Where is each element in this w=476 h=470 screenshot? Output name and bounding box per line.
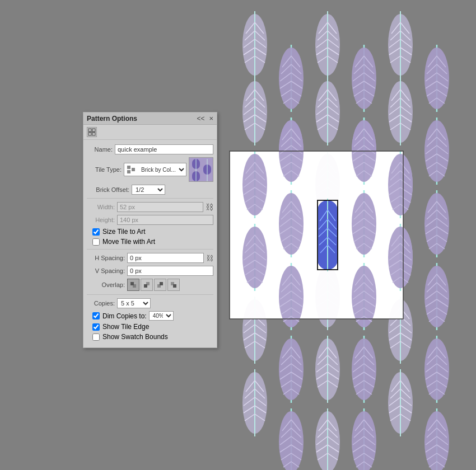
move-tile-row: Move Tile with Art xyxy=(87,238,213,246)
show-tile-edge-checkbox[interactable] xyxy=(92,323,100,331)
width-input xyxy=(117,202,203,212)
svg-rect-44 xyxy=(92,133,95,135)
tile-preview xyxy=(189,157,213,182)
show-tile-edge-label: Show Tile Edge xyxy=(102,323,149,331)
width-label: Width: xyxy=(87,204,115,210)
overlap-row: Overlap: xyxy=(87,279,213,291)
move-tile-label: Move Tile with Art xyxy=(102,238,155,246)
svg-marker-62 xyxy=(173,284,176,288)
height-label: Height: xyxy=(87,217,115,223)
svg-line-24 xyxy=(224,2,232,10)
name-row: Name: xyxy=(87,144,213,154)
dim-copies-checkbox[interactable] xyxy=(92,312,100,319)
svg-point-1 xyxy=(224,0,236,31)
size-tile-label: Size Tile to Art xyxy=(102,228,146,236)
divider-1 xyxy=(87,198,213,199)
tile-type-icon xyxy=(125,164,137,175)
tile-type-row: Tile Type: Brick by Col... Grid Brick by… xyxy=(87,157,213,182)
svg-line-35 xyxy=(224,0,235,3)
tile-type-label: Tile Type: xyxy=(87,166,122,173)
panel-icon-toolbar xyxy=(83,125,217,140)
panel-titlebar: Pattern Options << × xyxy=(83,112,217,125)
svg-rect-46 xyxy=(127,166,130,169)
dim-copies-select[interactable]: 40% 20% 60% xyxy=(149,311,174,321)
h-spacing-row: H Spacing: ⛓ xyxy=(87,253,213,263)
pattern-options-panel: Pattern Options << × Name: Tile Type: xyxy=(83,112,217,348)
svg-marker-58 xyxy=(144,284,147,288)
h-spacing-label: H Spacing: xyxy=(87,255,125,261)
copies-select[interactable]: 5 x 5 3 x 3 7 x 7 xyxy=(117,298,151,308)
svg-marker-60 xyxy=(160,282,163,285)
svg-rect-42 xyxy=(92,129,95,131)
brick-offset-label: Brick Offset: xyxy=(87,186,129,193)
width-row: Width: ⛓ xyxy=(87,202,213,212)
v-spacing-input[interactable] xyxy=(127,266,213,276)
move-tile-checkbox[interactable] xyxy=(92,238,100,246)
copies-label: Copies: xyxy=(87,300,115,307)
divider-2 xyxy=(87,249,213,250)
tile-type-select-wrapper: Brick by Col... Grid Brick by Row Hex by… xyxy=(124,163,186,176)
svg-rect-14 xyxy=(224,0,234,35)
panel-body: Name: Tile Type: Brick by Col... Grid Br… xyxy=(83,140,217,347)
tile-type-select[interactable]: Brick by Col... Grid Brick by Row Hex by… xyxy=(138,166,186,174)
canvas-area xyxy=(224,0,476,470)
svg-point-26 xyxy=(224,0,236,31)
svg-rect-43 xyxy=(88,133,91,135)
svg-line-12 xyxy=(224,11,234,18)
svg-marker-56 xyxy=(133,284,136,288)
v-spacing-row: V Spacing: xyxy=(87,266,213,276)
divider-3 xyxy=(87,294,213,295)
panel-close-btn[interactable]: × xyxy=(209,114,213,123)
svg-line-36 xyxy=(224,3,235,10)
copies-row: Copies: 5 x 5 3 x 3 7 x 7 xyxy=(87,298,213,308)
h-v-link-icon: ⛓ xyxy=(206,254,213,262)
overlap-buttons xyxy=(127,279,180,291)
overlap-label: Overlap: xyxy=(87,281,125,288)
name-label: Name: xyxy=(87,146,113,153)
feather-pattern-svg xyxy=(224,0,476,470)
height-input xyxy=(117,215,213,225)
show-tile-edge-row: Show Tile Edge xyxy=(87,323,213,331)
brick-offset-select[interactable]: 1/2 1/3 1/4 1/5 xyxy=(132,185,165,195)
name-input[interactable] xyxy=(115,144,213,154)
link-icon: ⛓ xyxy=(206,203,213,212)
svg-line-11 xyxy=(224,3,235,10)
h-spacing-input[interactable] xyxy=(127,253,204,263)
dim-copies-row: Dim Copies to: 40% 20% 60% xyxy=(87,311,213,321)
svg-line-37 xyxy=(224,11,234,18)
svg-line-13 xyxy=(224,20,232,25)
panel-title: Pattern Options xyxy=(87,115,137,123)
svg-line-23 xyxy=(224,0,233,2)
show-swatch-bounds-label: Show Swatch Bounds xyxy=(102,333,168,341)
grid-icon-btn[interactable] xyxy=(87,127,97,137)
panel-menu-icon[interactable]: << xyxy=(197,115,204,123)
svg-rect-41 xyxy=(88,129,91,131)
show-swatch-bounds-row: Show Swatch Bounds xyxy=(87,333,213,341)
dim-copies-label: Dim Copies to: xyxy=(102,312,147,320)
svg-line-25 xyxy=(224,10,231,18)
brick-offset-row: Brick Offset: 1/2 1/3 1/4 1/5 xyxy=(87,185,213,195)
v-spacing-label: V Spacing: xyxy=(87,267,125,274)
height-row: Height: xyxy=(87,215,213,225)
svg-rect-47 xyxy=(132,168,135,171)
overlap-btn-3[interactable] xyxy=(154,279,166,291)
overlap-btn-2[interactable] xyxy=(141,279,153,291)
size-tile-checkbox[interactable] xyxy=(92,228,100,236)
svg-rect-48 xyxy=(127,170,130,173)
panel-controls: << × xyxy=(197,114,213,123)
overlap-btn-4[interactable] xyxy=(167,279,180,291)
show-swatch-bounds-checkbox[interactable] xyxy=(92,333,100,341)
svg-line-10 xyxy=(224,0,235,3)
overlap-btn-1[interactable] xyxy=(127,279,139,291)
size-tile-row: Size Tile to Art xyxy=(87,228,213,236)
